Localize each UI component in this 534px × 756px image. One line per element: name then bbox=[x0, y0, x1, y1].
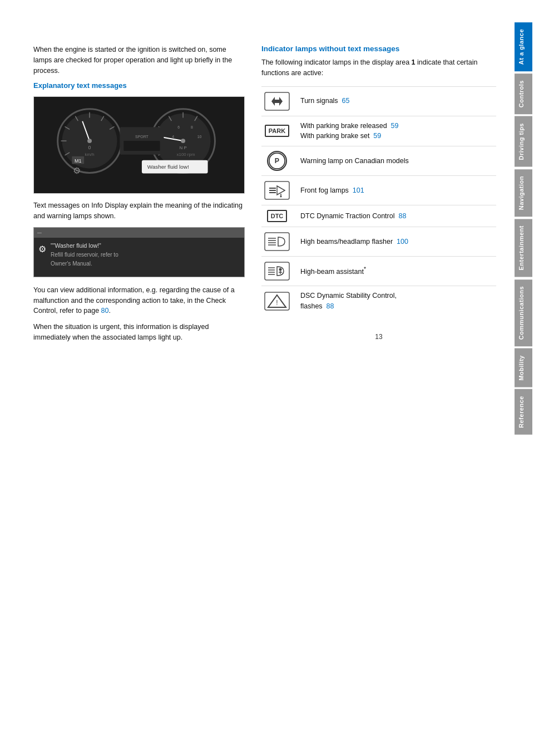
svg-text:8: 8 bbox=[191, 126, 193, 130]
svg-text:P: P bbox=[275, 157, 279, 165]
para2: You can view additional information, e.g… bbox=[33, 285, 245, 316]
dtc-icon: DTC bbox=[267, 210, 288, 222]
info-display-box: ─ ⚙ ""Washer fluid low!" Refill fluid re… bbox=[33, 227, 245, 277]
indicator-row-turn-signal: Turn signals 65 bbox=[261, 86, 496, 116]
svg-rect-35 bbox=[123, 141, 160, 151]
indicator-row-dtc: DTC DTC Dynamic Traction Control 88 bbox=[261, 205, 496, 227]
fog-ref[interactable]: 101 bbox=[353, 186, 364, 194]
svg-text:x100 rpm: x100 rpm bbox=[177, 152, 195, 157]
turn-signal-icon-cell bbox=[261, 91, 293, 111]
fog-icon-cell bbox=[261, 180, 293, 200]
indicator-row-park: PARK With parking brake released 59 With… bbox=[261, 116, 496, 146]
sidebar-tab-mobility[interactable]: Mobility bbox=[515, 348, 532, 387]
para3: When the situation is urgent, this infor… bbox=[33, 322, 245, 343]
svg-marker-47 bbox=[277, 186, 285, 195]
dsc-icon-cell: ! bbox=[261, 291, 293, 311]
turn-signal-text: Turn signals 65 bbox=[300, 96, 496, 106]
info-box-content: ⚙ ""Washer fluid low!" Refill fluid rese… bbox=[34, 238, 244, 272]
turn-signal-ref[interactable]: 65 bbox=[342, 97, 350, 105]
indicator-row-highbeam-assist: High-beam assistant* bbox=[261, 256, 496, 286]
park-icon: PARK bbox=[265, 125, 289, 137]
svg-text:N P: N P bbox=[180, 145, 187, 150]
sidebar-tab-entertainment[interactable]: Entertainment bbox=[515, 219, 532, 277]
indicator-intro: The following indicator lamps in the dis… bbox=[261, 57, 496, 78]
svg-text:km/h: km/h bbox=[85, 152, 94, 157]
dsc-text: DSC Dynamic Stability Control, flashes 8… bbox=[300, 291, 496, 312]
svg-point-60 bbox=[279, 268, 282, 271]
svg-text:4: 4 bbox=[172, 135, 174, 139]
highbeam-ref[interactable]: 100 bbox=[397, 238, 408, 246]
indicator-row-dsc: ! DSC Dynamic Stability Control, flashes… bbox=[261, 286, 496, 316]
indicator-section-title: Indicator lamps without text messages bbox=[261, 45, 496, 53]
info-box-header: ─ bbox=[34, 228, 244, 238]
svg-point-13 bbox=[87, 139, 92, 143]
svg-text:10: 10 bbox=[197, 135, 202, 139]
park-text: With parking brake released 59 With park… bbox=[300, 121, 496, 142]
highbeam-assist-text: High-beam assistant* bbox=[300, 265, 496, 277]
dtc-icon-cell: DTC bbox=[261, 210, 293, 222]
park-ref2[interactable]: 59 bbox=[373, 132, 381, 140]
svg-marker-49 bbox=[280, 196, 282, 198]
sidebar-tab-communications[interactable]: Communications bbox=[515, 279, 532, 346]
svg-point-32 bbox=[181, 139, 185, 143]
circle-p-text: Warning lamp on Canadian models bbox=[300, 156, 496, 166]
svg-text:⚙: ⚙ bbox=[73, 166, 81, 176]
dashboard-image: 0 km/h M1 ⚙ bbox=[33, 96, 245, 194]
info-line2: Refill fluid reservoir, refer to bbox=[51, 251, 118, 259]
indicator-row-highbeam: High beams/headlamp flasher 100 bbox=[261, 227, 496, 256]
page-ref-80[interactable]: 80 bbox=[101, 307, 109, 315]
indicator-row-circle-p: P Warning lamp on Canadian models bbox=[261, 146, 496, 175]
highbeam-text: High beams/headlamp flasher 100 bbox=[300, 237, 496, 247]
sidebar: At a glance Controls Driving tips Naviga… bbox=[513, 0, 534, 756]
svg-text:Washer fluid low!: Washer fluid low! bbox=[147, 164, 189, 170]
info-line1: ""Washer fluid low!" bbox=[51, 241, 118, 251]
explanatory-heading: Explanatory text messages bbox=[33, 81, 245, 90]
sidebar-tab-driving-tips[interactable]: Driving tips bbox=[515, 116, 532, 167]
wrench-icon: ⚙ bbox=[38, 242, 46, 257]
svg-marker-40 bbox=[276, 97, 283, 106]
intro-paragraph: When the engine is started or the igniti… bbox=[33, 45, 245, 76]
svg-text:M1: M1 bbox=[75, 158, 81, 164]
dtc-text: DTC Dynamic Traction Control 88 bbox=[300, 211, 496, 222]
circle-p-icon: P bbox=[267, 151, 287, 171]
sidebar-tab-reference[interactable]: Reference bbox=[515, 389, 532, 435]
park-ref1[interactable]: 59 bbox=[391, 122, 399, 130]
sidebar-tab-at-a-glance[interactable]: At a glance bbox=[515, 22, 532, 71]
svg-text:0: 0 bbox=[88, 145, 91, 150]
fog-text: Front fog lamps 101 bbox=[300, 185, 496, 196]
dtc-ref[interactable]: 88 bbox=[398, 212, 406, 220]
dashboard-caption: Text messages on Info Display explain th… bbox=[33, 200, 245, 222]
right-column: Indicator lamps without text messages Th… bbox=[261, 45, 496, 723]
dsc-ref[interactable]: 88 bbox=[327, 302, 334, 310]
svg-text:SPORT: SPORT bbox=[135, 135, 149, 139]
sidebar-tab-controls[interactable]: Controls bbox=[515, 73, 532, 114]
svg-rect-50 bbox=[265, 233, 289, 251]
left-column: When the engine is started or the igniti… bbox=[33, 45, 245, 723]
svg-text:!: ! bbox=[276, 299, 278, 307]
page-number: 13 bbox=[261, 333, 496, 341]
park-icon-cell: PARK bbox=[261, 125, 293, 137]
info-header-icon: ─ bbox=[37, 229, 42, 236]
highbeam-assist-icon-cell bbox=[261, 261, 293, 281]
highbeam-icon-cell bbox=[261, 232, 293, 252]
circle-p-icon-cell: P bbox=[261, 151, 293, 171]
info-line3: Owner's Manual. bbox=[51, 259, 118, 268]
sidebar-tab-navigation[interactable]: Navigation bbox=[515, 169, 532, 217]
indicator-row-fog: Front fog lamps 101 bbox=[261, 175, 496, 205]
svg-text:6: 6 bbox=[177, 126, 180, 130]
